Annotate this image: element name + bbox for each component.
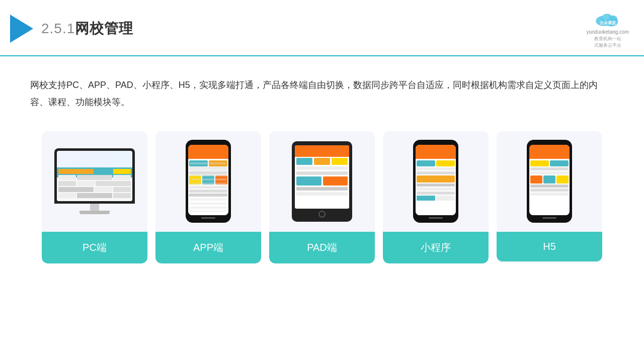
description-text: 网校支持PC、APP、PAD、小程序、H5，实现多端打通，产品各终端自由切换，数… [0,56,644,121]
triangle-logo-icon [10,15,33,43]
card-pc[interactable]: PC端 [42,131,147,263]
card-app[interactable]: APP端 [155,131,261,263]
card-app-image [155,131,261,232]
card-h5[interactable]: H5 [497,131,602,263]
page-title: 2.5.1网校管理 [41,19,133,38]
header: 2.5.1网校管理 云朵课堂 yunduoketang.com 教育机构一站式服… [0,0,644,56]
card-h5-label: H5 [497,232,602,261]
logo-slogan-text: 教育机构一站式服务云平台 [594,36,621,48]
logo-url-text: yunduoketang.com [586,29,629,35]
header-left: 2.5.1网校管理 [10,15,133,43]
card-miniapp-label: 小程序 [383,232,489,263]
card-pc-image [42,131,147,232]
tablet-mockup-icon [292,141,352,222]
brand-logo: 云朵课堂 yunduoketang.com 教育机构一站式服务云平台 [586,9,629,48]
svg-text:云朵课堂: 云朵课堂 [600,21,616,25]
card-miniapp-image [383,131,489,232]
phone-mockup-miniapp-icon [413,140,458,223]
card-miniapp[interactable]: 小程序 [383,131,489,263]
phone-mockup-icon [186,140,231,223]
cloud-logo-icon: 云朵课堂 [590,9,626,28]
svg-point-4 [602,15,609,20]
card-pad[interactable]: PAD端 [269,131,375,263]
card-app-label: APP端 [155,232,261,263]
card-pad-image [269,131,375,232]
card-pc-label: PC端 [42,232,147,263]
pc-monitor-icon [54,148,135,214]
phone-mockup-h5-icon [527,140,572,223]
cards-container: PC端 [0,121,644,279]
card-h5-image [497,131,602,232]
card-pad-label: PAD端 [269,232,375,263]
